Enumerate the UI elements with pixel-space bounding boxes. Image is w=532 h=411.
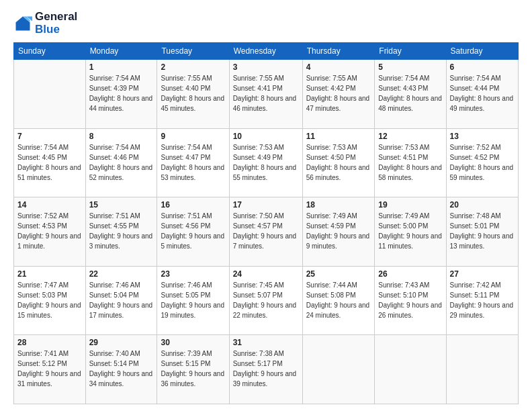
day-number: 19: [378, 200, 442, 210]
day-number: 4: [306, 62, 371, 72]
day-number: 22: [89, 269, 154, 279]
sunrise-text: Sunrise: 7:42 AM: [450, 280, 515, 290]
cell-content: Sunrise: 7:43 AMSunset: 5:10 PMDaylight:…: [378, 280, 442, 320]
cell-content: Sunrise: 7:54 AMSunset: 4:44 PMDaylight:…: [450, 73, 515, 113]
calendar-cell: 9Sunrise: 7:54 AMSunset: 4:47 PMDaylight…: [157, 128, 229, 197]
daylight-text: Daylight: 8 hours and 49 minutes.: [450, 93, 515, 113]
daylight-text: Daylight: 8 hours and 59 minutes.: [450, 163, 515, 183]
day-number: 1: [89, 62, 154, 72]
cell-content: Sunrise: 7:52 AMSunset: 4:53 PMDaylight:…: [17, 211, 82, 251]
cell-content: Sunrise: 7:45 AMSunset: 5:07 PMDaylight:…: [233, 280, 299, 320]
sunset-text: Sunset: 4:49 PM: [233, 152, 299, 163]
calendar-cell: 21Sunrise: 7:47 AMSunset: 5:03 PMDayligh…: [14, 266, 86, 335]
calendar-cell: 27Sunrise: 7:42 AMSunset: 5:11 PMDayligh…: [446, 266, 518, 335]
calendar-cell: 26Sunrise: 7:43 AMSunset: 5:10 PMDayligh…: [375, 266, 446, 335]
daylight-text: Daylight: 8 hours and 58 minutes.: [378, 163, 442, 183]
day-number: 31: [233, 338, 299, 347]
cell-content: Sunrise: 7:54 AMSunset: 4:47 PMDaylight:…: [161, 142, 225, 183]
day-number: 23: [161, 269, 225, 279]
day-number: 16: [161, 200, 225, 210]
weekday-saturday: Saturday: [446, 43, 518, 60]
calendar-cell: 1Sunrise: 7:54 AMSunset: 4:39 PMDaylight…: [85, 60, 157, 129]
calendar-cell: 15Sunrise: 7:51 AMSunset: 4:55 PMDayligh…: [85, 197, 157, 267]
sunset-text: Sunset: 4:39 PM: [89, 83, 154, 93]
calendar-cell: [375, 335, 446, 404]
cell-content: Sunrise: 7:51 AMSunset: 4:56 PMDaylight:…: [161, 211, 225, 251]
sunset-text: Sunset: 5:10 PM: [378, 290, 442, 300]
sunrise-text: Sunrise: 7:41 AM: [17, 349, 82, 359]
daylight-text: Daylight: 9 hours and 31 minutes.: [17, 369, 82, 389]
cell-content: Sunrise: 7:44 AMSunset: 5:08 PMDaylight:…: [306, 280, 371, 320]
cell-content: Sunrise: 7:39 AMSunset: 5:15 PMDaylight:…: [161, 349, 225, 389]
sunrise-text: Sunrise: 7:45 AM: [233, 280, 299, 290]
day-number: 24: [233, 269, 299, 279]
calendar-cell: 23Sunrise: 7:46 AMSunset: 5:05 PMDayligh…: [157, 266, 229, 335]
sunrise-text: Sunrise: 7:54 AM: [89, 73, 154, 83]
sunrise-text: Sunrise: 7:40 AM: [89, 349, 154, 359]
daylight-text: Daylight: 9 hours and 5 minutes.: [161, 231, 225, 251]
sunset-text: Sunset: 4:56 PM: [161, 221, 225, 231]
sunset-text: Sunset: 4:43 PM: [378, 83, 442, 93]
sunset-text: Sunset: 4:55 PM: [89, 221, 154, 231]
cell-content: Sunrise: 7:55 AMSunset: 4:41 PMDaylight:…: [233, 73, 299, 113]
day-number: 10: [233, 132, 299, 141]
day-number: 29: [89, 338, 154, 347]
sunrise-text: Sunrise: 7:55 AM: [233, 73, 299, 83]
sunrise-text: Sunrise: 7:51 AM: [89, 211, 154, 221]
weekday-tuesday: Tuesday: [157, 43, 229, 60]
sunset-text: Sunset: 4:45 PM: [17, 152, 82, 163]
week-row-3: 14Sunrise: 7:52 AMSunset: 4:53 PMDayligh…: [14, 197, 519, 267]
calendar-cell: [446, 335, 518, 404]
sunrise-text: Sunrise: 7:51 AM: [161, 211, 225, 221]
day-number: 15: [89, 200, 154, 210]
day-number: 6: [450, 62, 515, 72]
sunset-text: Sunset: 4:57 PM: [233, 221, 299, 231]
calendar-cell: 29Sunrise: 7:40 AMSunset: 5:14 PMDayligh…: [85, 335, 157, 404]
calendar-cell: 24Sunrise: 7:45 AMSunset: 5:07 PMDayligh…: [229, 266, 302, 335]
calendar-cell: 30Sunrise: 7:39 AMSunset: 5:15 PMDayligh…: [157, 335, 229, 404]
daylight-text: Daylight: 8 hours and 44 minutes.: [89, 93, 154, 113]
sunset-text: Sunset: 4:51 PM: [378, 152, 442, 163]
calendar-page: General Blue SundayMondayTuesdayWednesda…: [0, 0, 532, 411]
sunset-text: Sunset: 4:59 PM: [306, 221, 371, 231]
cell-content: Sunrise: 7:40 AMSunset: 5:14 PMDaylight:…: [89, 349, 154, 389]
day-number: 27: [450, 269, 515, 279]
daylight-text: Daylight: 9 hours and 39 minutes.: [233, 369, 299, 389]
weekday-sunday: Sunday: [14, 43, 86, 60]
daylight-text: Daylight: 8 hours and 45 minutes.: [161, 93, 225, 113]
calendar-cell: 12Sunrise: 7:53 AMSunset: 4:51 PMDayligh…: [375, 128, 446, 197]
calendar-cell: [14, 60, 86, 129]
cell-content: Sunrise: 7:53 AMSunset: 4:49 PMDaylight:…: [233, 142, 299, 183]
daylight-text: Daylight: 9 hours and 19 minutes.: [161, 300, 225, 320]
weekday-wednesday: Wednesday: [229, 43, 302, 60]
sunset-text: Sunset: 4:53 PM: [17, 221, 82, 231]
daylight-text: Daylight: 9 hours and 11 minutes.: [378, 231, 442, 251]
sunset-text: Sunset: 5:05 PM: [161, 290, 225, 300]
sunrise-text: Sunrise: 7:54 AM: [17, 142, 82, 152]
sunset-text: Sunset: 5:01 PM: [450, 221, 515, 231]
calendar-cell: 19Sunrise: 7:49 AMSunset: 5:00 PMDayligh…: [375, 197, 446, 267]
daylight-text: Daylight: 9 hours and 9 minutes.: [306, 231, 371, 251]
daylight-text: Daylight: 8 hours and 51 minutes.: [17, 163, 82, 183]
sunrise-text: Sunrise: 7:50 AM: [233, 211, 299, 221]
daylight-text: Daylight: 9 hours and 17 minutes.: [89, 300, 154, 320]
sunset-text: Sunset: 4:44 PM: [450, 83, 515, 93]
week-row-1: 1Sunrise: 7:54 AMSunset: 4:39 PMDaylight…: [14, 60, 519, 129]
daylight-text: Daylight: 9 hours and 13 minutes.: [450, 231, 515, 251]
sunrise-text: Sunrise: 7:55 AM: [306, 73, 371, 83]
sunrise-text: Sunrise: 7:39 AM: [161, 349, 225, 359]
day-number: 21: [17, 269, 82, 279]
week-row-5: 28Sunrise: 7:41 AMSunset: 5:12 PMDayligh…: [14, 335, 519, 404]
sunrise-text: Sunrise: 7:48 AM: [450, 211, 515, 221]
sunset-text: Sunset: 5:11 PM: [450, 290, 515, 300]
sunrise-text: Sunrise: 7:49 AM: [378, 211, 442, 221]
calendar-cell: 3Sunrise: 7:55 AMSunset: 4:41 PMDaylight…: [229, 60, 302, 129]
sunset-text: Sunset: 4:52 PM: [450, 152, 515, 163]
sunrise-text: Sunrise: 7:53 AM: [233, 142, 299, 152]
cell-content: Sunrise: 7:49 AMSunset: 4:59 PMDaylight:…: [306, 211, 371, 251]
daylight-text: Daylight: 9 hours and 3 minutes.: [89, 231, 154, 251]
daylight-text: Daylight: 9 hours and 1 minute.: [17, 231, 82, 251]
day-number: 13: [450, 132, 515, 141]
daylight-text: Daylight: 9 hours and 22 minutes.: [233, 300, 299, 320]
daylight-text: Daylight: 8 hours and 52 minutes.: [89, 163, 154, 183]
